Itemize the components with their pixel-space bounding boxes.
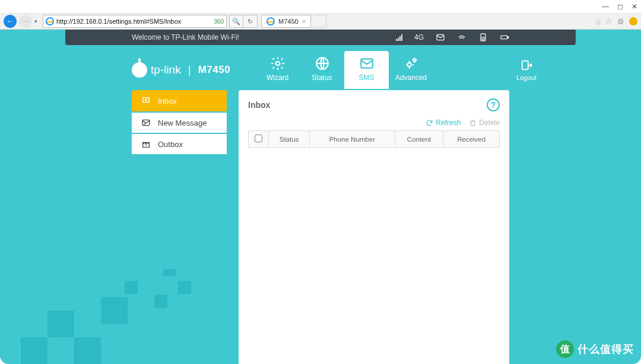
watermark-badge: 值 [556, 340, 574, 358]
sidebar-item-label: Inbox [158, 97, 177, 106]
refresh-label: Refresh [436, 119, 461, 127]
messages-table: Status Phone Number Content Received [248, 130, 500, 148]
select-all-checkbox[interactable] [255, 135, 262, 142]
new-message-icon [141, 118, 151, 127]
welcome-bar: Welcome to TP-Link Mobile Wi-Fi! 4G [65, 30, 576, 45]
mail-icon[interactable] [436, 33, 445, 42]
model-name: M7450 [198, 64, 230, 76]
help-button[interactable]: ? [487, 98, 500, 111]
sidebar-item-outbox[interactable]: Outbox [132, 133, 227, 154]
svg-point-9 [413, 59, 415, 61]
tab-title: M7450 [278, 18, 299, 25]
search-button[interactable]: 🔍 [229, 15, 243, 28]
logo-mark-icon [132, 62, 147, 78]
tab-close-icon[interactable]: × [302, 18, 306, 25]
panel-title: Inbox [248, 100, 270, 110]
logout-label: Logout [516, 74, 537, 81]
main-nav: Wizard Status SMS Advanced [255, 51, 433, 89]
trash-icon [469, 119, 477, 127]
svg-rect-2 [482, 37, 484, 40]
nav-sms[interactable]: SMS [344, 51, 389, 89]
favorites-icon[interactable]: ☆ [605, 17, 613, 26]
back-button[interactable]: ← [4, 15, 17, 28]
url-buttons: 🔍 ↻ [229, 15, 258, 28]
home-icon[interactable]: ⌂ [596, 17, 601, 26]
sidebar-item-new-message[interactable]: New Message [132, 111, 227, 133]
brand-name: tp-link [151, 63, 181, 76]
col-received: Received [443, 131, 500, 148]
settings-icon[interactable]: ⚙ [617, 17, 624, 26]
profile-icon[interactable] [629, 17, 637, 25]
svg-rect-3 [501, 36, 507, 39]
window-maximize[interactable]: ◻ [617, 2, 623, 11]
wifi-icon[interactable] [457, 33, 467, 42]
page-body: Welcome to TP-Link Mobile Wi-Fi! 4G tp-l… [0, 30, 641, 364]
svg-rect-10 [522, 61, 528, 70]
signal-icon [396, 34, 402, 41]
nav-label: Advanced [395, 74, 427, 82]
gear-icon [270, 56, 285, 71]
new-tab-button[interactable] [313, 15, 326, 28]
refresh-action[interactable]: Refresh [426, 119, 461, 127]
svg-rect-4 [507, 37, 508, 39]
security-badge: 360 [214, 18, 224, 25]
col-status: Status [269, 131, 310, 148]
sim-icon[interactable] [478, 33, 488, 42]
window-titlebar: — ◻ ✕ [0, 0, 641, 13]
svg-point-5 [275, 62, 280, 66]
logout-icon [520, 59, 533, 72]
sidebar-item-label: New Message [158, 119, 207, 127]
nav-status[interactable]: Status [300, 51, 344, 89]
gears-icon [404, 56, 419, 71]
nav-label: SMS [359, 74, 375, 82]
envelope-icon [359, 56, 375, 71]
history-dropdown-icon[interactable]: ▾ [34, 18, 40, 24]
nav-label: Wizard [266, 74, 288, 82]
address-bar[interactable]: 360 [43, 15, 227, 28]
window-minimize[interactable]: — [602, 2, 609, 11]
sidebar: Inbox New Message Outbox [132, 90, 227, 364]
sidebar-item-label: Outbox [158, 140, 183, 149]
welcome-text: Welcome to TP-Link Mobile Wi-Fi! [132, 33, 239, 41]
col-content: Content [395, 131, 443, 148]
tab-favicon-icon [266, 17, 275, 25]
main-panel: Inbox ? Refresh Delete Status [239, 90, 509, 364]
browser-tab[interactable]: M7450 × [261, 15, 311, 28]
delete-label: Delete [479, 119, 500, 127]
nav-wizard[interactable]: Wizard [255, 51, 300, 89]
svg-point-8 [407, 63, 411, 67]
forward-button[interactable]: → [19, 15, 32, 28]
delete-action[interactable]: Delete [469, 119, 500, 127]
globe-icon [315, 56, 330, 71]
browser-right-icons: ⌂ ☆ ⚙ [596, 17, 637, 26]
network-type: 4G [414, 33, 424, 41]
brand-logo: tp-link | M7450 [132, 62, 230, 78]
watermark-text: 什么值得买 [577, 342, 634, 356]
window-close[interactable]: ✕ [632, 2, 637, 11]
watermark: 值 什么值得买 [556, 340, 634, 358]
col-checkbox [249, 131, 269, 148]
site-favicon-icon [46, 17, 54, 25]
outbox-icon [141, 139, 151, 149]
logout-button[interactable]: Logout [516, 59, 537, 81]
nav-label: Status [312, 74, 332, 82]
sidebar-item-inbox[interactable]: Inbox [132, 90, 227, 111]
battery-icon[interactable] [500, 33, 509, 42]
url-input[interactable] [56, 18, 211, 25]
refresh-icon [426, 119, 433, 127]
browser-toolbar: ← → ▾ 360 🔍 ↻ M7450 × ⌂ ☆ ⚙ [0, 13, 641, 30]
inbox-icon [141, 96, 151, 106]
nav-advanced[interactable]: Advanced [389, 51, 433, 89]
col-phone: Phone Number [310, 131, 395, 148]
refresh-button[interactable]: ↻ [243, 15, 258, 28]
